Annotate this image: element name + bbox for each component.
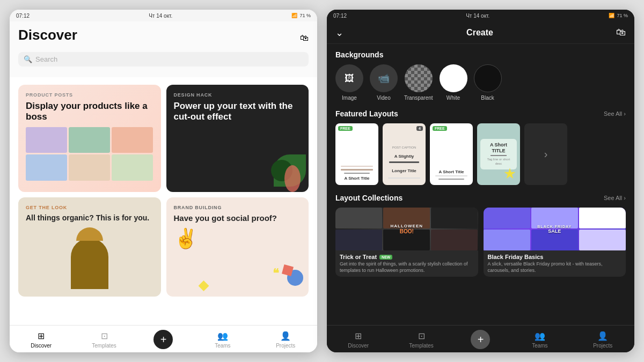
product-img-6 [112,154,153,181]
layouts-title: Featured Layouts [335,109,398,118]
right-status-icons: 📶 71 % [609,13,628,18]
nav-discover-label: Discover [31,343,52,349]
nav-discover[interactable]: ⊞ Discover [28,331,55,349]
nav-projects-label: Projects [276,343,295,349]
bg-white-circle [440,64,467,92]
bg-transparent[interactable]: Transparent [404,64,433,101]
right-nav-templates[interactable]: ⊡ Templates [408,331,435,349]
layout-badge-3: FREE [433,126,447,131]
collections-see-all[interactable]: See All › [604,195,626,201]
layout-title-line [341,169,373,171]
bf-image: BLACK FRIDAY SALE [484,208,626,250]
layout-see-more[interactable]: › [524,123,567,185]
bg-video[interactable]: 📹 Video [370,64,398,101]
layout-badge-1: FREE [338,126,353,131]
create-title: Create [343,28,616,38]
right-nav-templates-label: Templates [409,343,434,349]
right-tablet: 07:12 Чт 14 окт. 📶 71 % ⌄ Create 🛍 Backg… [327,10,634,352]
bag-icon[interactable]: 🛍 [300,33,309,43]
bg-black-label: Black [481,95,494,101]
right-discover-icon: ⊞ [355,331,362,341]
right-bag-icon[interactable]: 🛍 [616,27,626,38]
discover-cards: PRODUCT POSTS Display your products like… [10,77,317,325]
nav-add-button[interactable]: + [153,330,173,349]
layout-arrow-icon: › [544,148,548,160]
layout-subtitle-2: A Slightly [394,154,414,159]
teams-nav-icon: 👥 [217,331,228,341]
bg-transparent-label: Transparent [404,95,433,101]
discover-nav-icon: ⊞ [38,331,45,341]
left-date: Чт 14 окт. [149,13,172,19]
card-design-hack[interactable]: DESIGN HACK Power up your text with the … [166,85,309,192]
hand-emoji: ✌️ [174,227,302,250]
layout-divider-2 [389,161,419,163]
templates-nav-icon: ⊡ [101,331,108,341]
product-img-2 [69,127,110,153]
new-badge: NEW [379,255,392,260]
right-nav-projects[interactable]: 👤 Projects [589,331,616,349]
right-nav-add-button[interactable]: + [471,330,490,349]
collections-section-header: Layout Collections See All › [335,194,626,202]
right-projects-icon: 👤 [597,331,608,341]
search-bar[interactable]: 🔍 Search [18,52,309,67]
layout-card-1[interactable]: FREE A Short Title [335,123,378,185]
nav-teams[interactable]: 👥 Teams [209,331,236,349]
collection-trick-or-treat[interactable]: HALLOWEEN BOO! Trick or Treat NEW Get in… [335,208,478,277]
quote-mark: ❝ [273,267,279,280]
card-organic[interactable]: GET THE LOOK All things organic? This is… [18,197,161,297]
layout-card-2[interactable]: 4 POST CAPTION A Slightly Longer Title [383,123,426,185]
product-img-3 [112,127,153,153]
left-tablet: 07:12 Чт 14 окт. 📶 71 % Discover 🛍 🔍 Sea… [10,10,317,352]
right-date: Чт 14 окт. [466,13,489,19]
trick-image: HALLOWEEN BOO! [335,208,478,250]
left-status-bar: 07:12 Чт 14 окт. 📶 71 % [10,10,317,21]
card-social-proof[interactable]: BRAND BUILDING Have you got social proof… [166,197,309,297]
layout-title-sm-1: A Short Title [339,176,375,181]
bg-white[interactable]: White [440,64,467,101]
layout-card-3[interactable]: FREE A Short Title [430,123,473,185]
layout-subtitle-line-3 [438,179,464,180]
bg-image-circle: 🖼 [335,64,363,92]
image-icon: 🖼 [345,73,354,84]
card1-title: Display your products like a boss [26,101,153,123]
right-battery-text: 71 % [617,13,628,18]
left-time: 07:12 [16,13,30,19]
right-templates-icon: ⊡ [418,331,425,341]
bg-black[interactable]: Black [474,64,502,101]
right-nav-teams[interactable]: 👥 Teams [526,331,553,349]
right-teams-icon: 👥 [535,331,545,341]
nav-projects[interactable]: 👤 Projects [272,331,299,349]
bf-name: Black Friday Basics [488,254,622,260]
right-bottom-nav: ⊞ Discover ⊡ Templates + 👥 Teams 👤 Proje… [327,325,634,352]
wifi-icon: 📶 [291,13,297,18]
layouts-see-all[interactable]: See All › [604,110,626,117]
backgrounds-title: Backgrounds [335,50,383,59]
product-img-5 [69,154,110,181]
card-product-posts[interactable]: PRODUCT POSTS Display your products like… [18,85,161,192]
collection-black-friday[interactable]: BLACK FRIDAY SALE Black Friday Basics A … [484,208,626,277]
create-content: Backgrounds 🖼 Image 📹 Video Transparent [327,44,634,325]
right-nav-discover[interactable]: ⊞ Discover [345,331,372,349]
back-button[interactable]: ⌄ [335,27,343,39]
layout-title-sm-3: A Short Title [433,169,470,174]
geo-shape-2 [199,280,209,291]
backgrounds-section-header: Backgrounds [335,50,626,59]
layout-card-4[interactable]: A Short TITLE Tag line or short desc [477,123,520,185]
layout-bottom-line-2 [388,178,420,179]
collections-row: HALLOWEEN BOO! Trick or Treat NEW Get in… [335,208,626,277]
geo-shape-3 [283,265,292,275]
card2-title: Power up your text with the cut-out effe… [174,101,302,123]
left-status-icons: 📶 71 % [291,13,311,18]
bg-image[interactable]: 🖼 Image [335,64,363,101]
layout-line-3 [435,175,467,176]
layout-title-sm-2: Longer Title [392,168,416,173]
video-icon: 📹 [378,72,390,84]
plant-decoration [266,149,309,192]
layout-subtitle-line [344,173,370,174]
card4-title: Have you got social proof? [174,213,302,223]
trick-desc: Get into the spirit of things, with a sc… [340,261,474,274]
trick-name: Trick or Treat NEW [340,254,474,260]
nav-templates[interactable]: ⊡ Templates [91,331,118,349]
left-bottom-nav: ⊞ Discover ⊡ Templates + 👥 Teams 👤 Proje… [10,325,317,352]
organic-person [26,225,153,289]
